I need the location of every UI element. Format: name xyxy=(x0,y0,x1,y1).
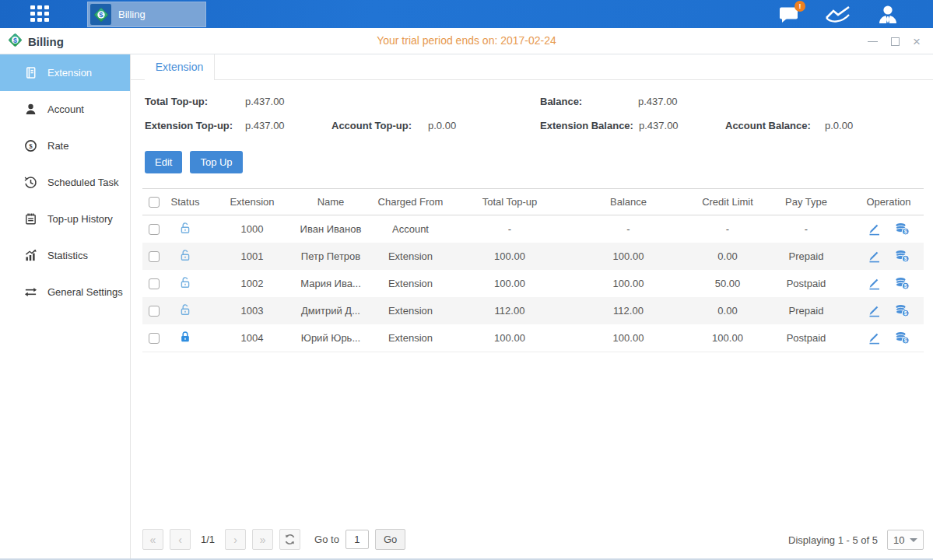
trial-message: Your trial period ends on: 2017-02-24 xyxy=(377,28,556,54)
edit-button[interactable]: Edit xyxy=(145,151,182,173)
cell-total-topup: 112.00 xyxy=(459,305,560,317)
svg-text:$: $ xyxy=(904,283,907,289)
cell-name: Дмитрий Д... xyxy=(300,305,362,317)
sidebar-item-general-settings[interactable]: General Settings xyxy=(0,274,130,310)
sidebar-item-extension[interactable]: Extension xyxy=(0,54,130,91)
select-all-checkbox[interactable] xyxy=(149,197,160,208)
cell-extension: 1003 xyxy=(205,305,300,317)
tab-extension[interactable]: Extension xyxy=(145,54,215,80)
cell-charged-from: Account xyxy=(362,223,459,235)
cell-charged-from: Extension xyxy=(362,305,459,317)
account-balance-label: Account Balance: xyxy=(725,120,811,131)
cell-charged-from: Extension xyxy=(362,278,459,289)
last-page-button[interactable]: » xyxy=(252,529,273,550)
top-up-row-icon[interactable]: $ xyxy=(895,304,910,317)
action-buttons: Edit Top Up xyxy=(145,151,243,173)
col-total-topup: Total Top-up xyxy=(459,196,560,208)
maximize-button[interactable] xyxy=(891,37,900,46)
sidebar-item-label: General Settings xyxy=(47,286,123,298)
extension-topup-label: Extension Top-up: xyxy=(145,120,233,131)
row-checkbox[interactable] xyxy=(149,333,160,344)
table-row: 1002 Мария Ива... Extension 100.00 100.0… xyxy=(142,270,924,297)
edit-row-icon[interactable] xyxy=(868,331,881,345)
lock-open-icon xyxy=(166,249,205,264)
table-row: 1001 Петр Петров Extension 100.00 100.00… xyxy=(142,243,924,270)
dollar-circle-icon: $ xyxy=(24,139,37,152)
edit-row-icon[interactable] xyxy=(868,222,881,236)
user-account-icon[interactable] xyxy=(877,4,899,24)
svg-text:$: $ xyxy=(13,36,17,44)
balance-label: Balance: xyxy=(540,96,582,107)
refresh-button[interactable] xyxy=(279,529,300,550)
col-charged-from: Charged From xyxy=(362,196,459,208)
cell-extension: 1002 xyxy=(205,278,300,289)
extension-table: Status Extension Name Charged From Total… xyxy=(142,188,924,352)
col-name: Name xyxy=(300,196,362,208)
statistics-monitor-icon[interactable] xyxy=(825,5,851,24)
row-checkbox[interactable] xyxy=(149,306,160,317)
edit-row-icon[interactable] xyxy=(868,250,881,263)
col-credit-limit: Credit Limit xyxy=(696,196,759,208)
top-up-row-icon[interactable]: $ xyxy=(895,277,910,290)
cell-extension: 1004 xyxy=(205,332,300,344)
cell-name: Мария Ива... xyxy=(300,278,362,289)
go-button[interactable]: Go xyxy=(375,529,405,550)
col-pay-type: Pay Type xyxy=(759,196,854,208)
sidebar-item-statistics[interactable]: Statistics xyxy=(0,237,130,274)
cell-pay-type: Prepaid xyxy=(759,250,854,262)
billing-app-tab[interactable]: $ Billing xyxy=(87,2,206,27)
sidebar-item-account[interactable]: Account xyxy=(0,91,130,128)
col-extension: Extension xyxy=(205,196,300,208)
row-checkbox[interactable] xyxy=(149,251,160,262)
notifications-icon[interactable]: ! xyxy=(779,5,799,23)
next-page-button[interactable]: › xyxy=(225,529,246,550)
minimize-button[interactable] xyxy=(868,41,878,42)
cell-credit-limit: 50.00 xyxy=(696,278,759,289)
prev-page-button[interactable]: ‹ xyxy=(170,529,191,550)
displaying-text: Displaying 1 - 5 of 5 xyxy=(788,534,878,546)
sidebar-item-label: Account xyxy=(47,103,84,115)
close-button[interactable]: × xyxy=(913,37,921,46)
billing-window: $ Billing ! xyxy=(0,0,933,560)
app-launcher-icon[interactable] xyxy=(30,5,51,23)
top-up-row-icon[interactable]: $ xyxy=(895,331,910,345)
sidebar-item-scheduled-task[interactable]: Scheduled Task xyxy=(0,164,130,201)
cell-balance: - xyxy=(560,223,696,235)
total-topup-label: Total Top-up: xyxy=(145,96,208,107)
exchange-arrows-icon xyxy=(24,285,37,299)
sidebar-item-label: Scheduled Task xyxy=(47,177,119,188)
page-size-select[interactable]: 10 xyxy=(887,530,924,550)
row-checkbox[interactable] xyxy=(149,278,160,289)
goto-label: Go to xyxy=(314,534,339,545)
cell-credit-limit: 0.00 xyxy=(696,250,759,262)
row-checkbox[interactable] xyxy=(149,224,160,235)
lock-open-icon xyxy=(166,222,205,237)
extension-topup-value: p.437.00 xyxy=(245,120,285,131)
top-up-row-icon[interactable]: $ xyxy=(895,250,910,263)
first-page-button[interactable]: « xyxy=(142,529,163,550)
sidebar-item-label: Rate xyxy=(47,140,68,152)
cell-pay-type: Prepaid xyxy=(759,305,854,317)
cell-credit-limit: 100.00 xyxy=(696,332,759,344)
cell-name: Иван Иванов xyxy=(300,223,362,235)
sidebar-item-label: Statistics xyxy=(47,250,88,261)
col-operation: Operation xyxy=(854,196,924,208)
sidebar-item-rate[interactable]: $ Rate xyxy=(0,128,130,164)
edit-row-icon[interactable] xyxy=(868,304,881,317)
sidebar-item-topup-history[interactable]: Top-up History xyxy=(0,201,130,237)
svg-text:$: $ xyxy=(904,229,907,235)
goto-page-input[interactable] xyxy=(345,530,369,549)
svg-text:$: $ xyxy=(99,10,103,19)
sidebar-item-label: Top-up History xyxy=(47,213,113,225)
svg-text:$: $ xyxy=(904,310,907,317)
window-title-bar: $ Billing Your trial period ends on: 201… xyxy=(0,28,933,54)
cell-pay-type: Postpaid xyxy=(759,278,854,289)
cell-extension: 1000 xyxy=(205,223,300,235)
edit-row-icon[interactable] xyxy=(868,277,881,290)
app-title-icon: $ xyxy=(8,33,23,51)
pagination-summary: Displaying 1 - 5 of 5 10 xyxy=(788,530,924,550)
top-up-button[interactable]: Top Up xyxy=(190,151,242,173)
table-row: 1003 Дмитрий Д... Extension 112.00 112.0… xyxy=(142,297,924,324)
billing-diamond-icon: $ xyxy=(90,4,111,25)
top-up-row-icon[interactable]: $ xyxy=(895,222,910,236)
